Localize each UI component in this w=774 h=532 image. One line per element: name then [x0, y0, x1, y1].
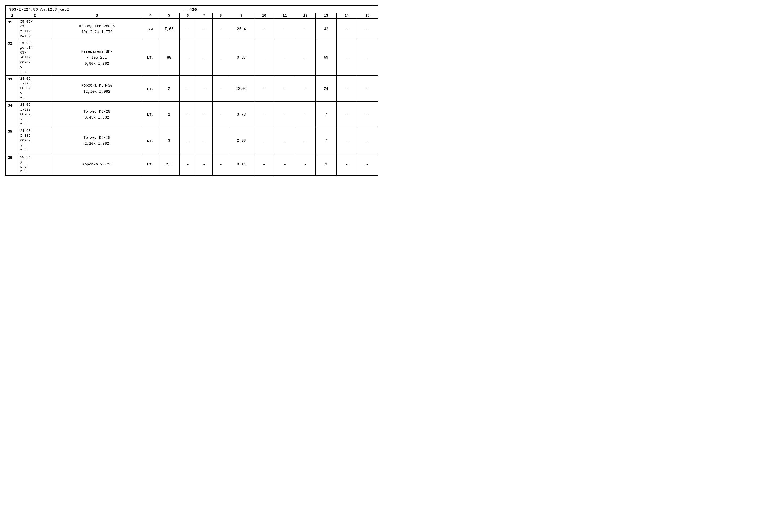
row-col-9: 2,38: [229, 128, 254, 154]
row-ref: 24-05 I-389 ССРСИ у т.5: [18, 128, 51, 154]
col-header-15: 15: [357, 13, 378, 19]
row-ref: 24-05 I-390 ССРСИ у т.5: [18, 102, 51, 128]
row-col-11: –: [274, 19, 295, 40]
corner-tl: [6, 6, 11, 11]
row-col-4: шт.: [142, 128, 159, 154]
row-col-7: –: [196, 19, 212, 40]
col-header-3: 3: [51, 13, 142, 19]
row-ref: 24-05 I-393 ССРСИ у т.5: [18, 76, 51, 102]
row-col-12: –: [295, 19, 316, 40]
row-col-6: –: [179, 19, 196, 40]
doc-ref: 903-I-224.86 Ал.I2.3,кн.2: [9, 7, 69, 12]
row-col-12: –: [295, 128, 316, 154]
row-ref: ССРСИ у р.5 п.5: [18, 154, 51, 175]
row-col-8: –: [212, 19, 229, 40]
row-col-10: –: [254, 128, 274, 154]
col-header-9: 9: [229, 13, 254, 19]
row-col-8: –: [212, 102, 229, 128]
main-table: 1 2 3 4 5 6 7 8 9 10 11 12 13 14 15: [6, 13, 378, 175]
row-description: Коробка КСП-30 II,I0х I,082: [51, 76, 142, 102]
row-col-4: шт.: [142, 40, 159, 75]
corner-bl: [6, 170, 11, 175]
corner-tr: [372, 6, 378, 11]
row-col-9: I2,0I: [229, 76, 254, 102]
row-col-14: –: [336, 128, 357, 154]
col-header-6: 6: [179, 13, 196, 19]
header-row: 1 2 3 4 5 6 7 8 9 10 11 12 13 14 15: [6, 13, 378, 19]
col-header-1: 1: [6, 13, 18, 19]
row-ref: I5-09/ 69г. т.II2 в=I,2: [18, 19, 51, 40]
row-col-13: 7: [316, 128, 337, 154]
row-col-6: –: [179, 102, 196, 128]
row-col-10: –: [254, 19, 274, 40]
row-number: 34: [6, 102, 18, 128]
row-col-8: –: [212, 40, 229, 75]
row-col-8: –: [212, 76, 229, 102]
table-row: 3424-05 I-390 ССРСИ у т.5То же, КС-20 3,…: [6, 102, 378, 128]
row-col-4: км: [142, 19, 159, 40]
row-col-14: –: [336, 40, 357, 75]
row-col-14: –: [336, 19, 357, 40]
row-col-14: –: [336, 154, 357, 175]
col-header-11: 11: [274, 13, 295, 19]
col-header-4: 4: [142, 13, 159, 19]
row-col-5: 80: [159, 40, 180, 75]
row-number: 31: [6, 19, 18, 40]
col-header-7: 7: [196, 13, 212, 19]
row-col-15: –: [357, 102, 378, 128]
row-col-10: –: [254, 76, 274, 102]
row-number: 32: [6, 40, 18, 75]
row-col-13: 24: [316, 76, 337, 102]
page-header: 903-I-224.86 Ал.I2.3,кн.2 — 430—: [6, 6, 378, 13]
col-header-8: 8: [212, 13, 229, 19]
col-header-2: 2: [18, 13, 51, 19]
row-description: То же, КС-20 3,45х I,082: [51, 102, 142, 128]
row-col-10: –: [254, 154, 274, 175]
col-header-13: 13: [316, 13, 337, 19]
row-col-15: –: [357, 128, 378, 154]
row-ref: I6-02 доп.I4 03- -0I40 ССРСИ у т.4: [18, 40, 51, 75]
row-col-12: –: [295, 154, 316, 175]
page-container: 903-I-224.86 Ал.I2.3,кн.2 — 430—: [5, 5, 378, 176]
row-col-11: –: [274, 76, 295, 102]
row-col-5: 2: [159, 76, 180, 102]
row-col-5: I,65: [159, 19, 180, 40]
corner-br: [372, 170, 378, 175]
row-col-4: шт.: [142, 102, 159, 128]
row-col-9: 0,I4: [229, 154, 254, 175]
row-col-12: –: [295, 76, 316, 102]
row-col-15: –: [357, 19, 378, 40]
row-col-5: 2,0: [159, 154, 180, 175]
col-header-10: 10: [254, 13, 274, 19]
row-number: 33: [6, 76, 18, 102]
row-col-9: 25,4: [229, 19, 254, 40]
row-col-8: –: [212, 154, 229, 175]
row-col-13: 3: [316, 154, 337, 175]
row-col-4: шт.: [142, 154, 159, 175]
row-col-10: –: [254, 40, 274, 75]
row-col-14: –: [336, 102, 357, 128]
col-header-12: 12: [295, 13, 316, 19]
page-number: — 430—: [184, 7, 200, 12]
row-col-12: –: [295, 102, 316, 128]
col-header-5: 5: [159, 13, 180, 19]
row-col-11: –: [274, 102, 295, 128]
row-col-11: –: [274, 40, 295, 75]
table-row: 3524-05 I-389 ССРСИ у т.5То же, КС-I0 2,…: [6, 128, 378, 154]
row-col-10: –: [254, 102, 274, 128]
table-row: 31I5-09/ 69г. т.II2 в=I,2Провод ТРВ-2х0,…: [6, 19, 378, 40]
table-row: 36ССРСИ у р.5 п.5Коробка УК-2Пшт.2,0–––0…: [6, 154, 378, 175]
row-col-13: 42: [316, 19, 337, 40]
row-col-9: 0,87: [229, 40, 254, 75]
row-col-7: –: [196, 154, 212, 175]
table-row: 3324-05 I-393 ССРСИ у т.5Коробка КСП-30 …: [6, 76, 378, 102]
row-col-6: –: [179, 76, 196, 102]
row-col-9: 3,73: [229, 102, 254, 128]
row-description: То же, КС-I0 2,20х I,082: [51, 128, 142, 154]
row-col-11: –: [274, 128, 295, 154]
row-col-13: 69: [316, 40, 337, 75]
row-col-12: –: [295, 40, 316, 75]
row-col-6: –: [179, 154, 196, 175]
row-col-7: –: [196, 40, 212, 75]
table-row: 32I6-02 доп.I4 03- -0I40 ССРСИ у т.4Изве…: [6, 40, 378, 75]
